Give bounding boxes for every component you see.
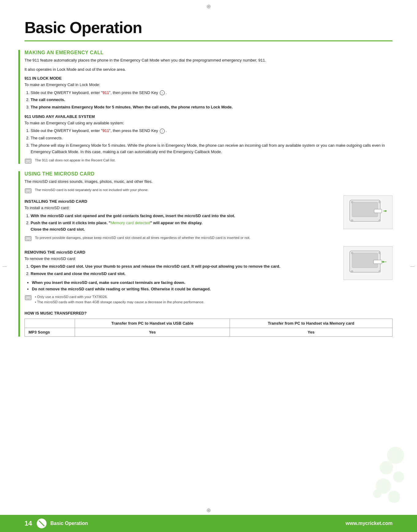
music-row1: MP3 Songs Yes Yes: [25, 328, 393, 337]
footer-slash-circle: [37, 519, 47, 528]
svg-point-27: [351, 270, 353, 272]
install-step-2: Push the card in until it clicks into pl…: [31, 220, 337, 233]
svg-point-15: [351, 220, 353, 221]
music-row1-col3: Yes: [230, 328, 393, 337]
section-emergency-title: MAKING AN EMERGENCY CALL: [24, 50, 393, 55]
installing-intro: To install a microSD card:: [24, 205, 337, 211]
footer-section-name: Basic Operation: [50, 521, 88, 526]
removing-note-2: • The microSD cards with more than 4GB s…: [35, 300, 205, 305]
svg-rect-19: [26, 296, 30, 299]
section-emergency-call: MAKING AN EMERGENCY CALL The 911 feature…: [24, 50, 393, 164]
installing-content: INSTALLING THE microSD CARD To install a…: [24, 195, 337, 243]
lock-step-1: Slide out the QWERTY keyboard, enter "91…: [31, 90, 393, 96]
lock-step-3: The phone maintains Emergency Mode for 5…: [31, 104, 393, 111]
reg-mark-top: ⊕: [206, 3, 211, 10]
svg-point-29: [379, 270, 381, 272]
remove-step2-text: Remove the card and close the microSD ca…: [31, 271, 126, 276]
microsd-note-text: The microSD card is sold separately and …: [35, 187, 148, 193]
any-step-3: The phone will stay in Emergency Mode fo…: [31, 142, 393, 155]
install-device-image: [344, 195, 393, 229]
svg-point-14: [351, 201, 353, 203]
remove-step-2: Remove the card and close the microSD ca…: [31, 271, 337, 277]
lock-mode-steps: Slide out the QWERTY keyboard, enter "91…: [31, 90, 393, 111]
svg-point-20: [28, 299, 28, 300]
lock-step1-post: ", then press the SEND Key: [109, 90, 159, 95]
reg-mark-left: —: [2, 264, 7, 269]
lock-step1-pre: Slide out the QWERTY keyboard, enter ": [31, 90, 103, 95]
svg-point-26: [351, 252, 353, 254]
microsd-title: USING THE microSD CARD: [24, 171, 393, 177]
microsd-note: The microSD card is sold separately and …: [24, 187, 393, 194]
installing-note-text: To prevent possible damages, please keep…: [35, 235, 250, 240]
svg-point-17: [379, 220, 381, 221]
removing-section: REMOVING THE microSD CARD To remove the …: [24, 246, 393, 307]
note-phone-icon: [24, 158, 33, 164]
remove-bullet-1: When you insert the microSD card, make s…: [32, 280, 337, 286]
music-col2: Transfer from PC to Handset via USB Cabl…: [75, 319, 230, 328]
music-table-title: HOW IS MUSIC TRANSFERRED?: [24, 311, 393, 315]
emergency-intro2: It also operates in Lock Mode and out of…: [24, 66, 393, 73]
install-step1-text: With the microSD card slot opened and th…: [31, 213, 235, 218]
svg-point-30: [387, 447, 404, 464]
footer-url: www.mycricket.com: [346, 521, 393, 526]
page-container: ⊕ — — Basic Operation MAKING AN EMERGENC…: [0, 0, 417, 532]
installing-title: INSTALLING THE microSD CARD: [24, 199, 337, 204]
section-microsd: USING THE microSD CARD The microSD card …: [24, 171, 393, 337]
green-divider: [24, 40, 393, 41]
removing-title: REMOVING THE microSD CARD: [24, 250, 337, 255]
svg-point-32: [393, 471, 404, 482]
svg-rect-4: [26, 189, 30, 192]
any-system-title: 911 USING ANY AVAILABLE SYSTEM: [24, 114, 393, 119]
removing-content: REMOVING THE microSD CARD To remove the …: [24, 246, 337, 307]
page-title: Basic Operation: [24, 18, 393, 37]
music-row1-label: MP3 Songs: [25, 328, 75, 337]
footer-page-number: 14: [24, 519, 32, 527]
svg-point-5: [28, 192, 28, 193]
install-step2-pre: Push the card in until it clicks into pl…: [31, 221, 111, 225]
remove-device-image: [344, 246, 393, 280]
svg-rect-11: [374, 209, 382, 213]
music-table: Transfer from PC to Handset via USB Cabl…: [24, 319, 393, 337]
any-step1-pre: Slide out the QWERTY keyboard, enter ": [31, 128, 103, 133]
music-col3: Transfer from PC to Handset via Memory c…: [230, 319, 393, 328]
note-phone-icon-3: [24, 236, 33, 242]
any-step-2: The call connects.: [31, 135, 393, 141]
note-phone-icon-2: [24, 188, 33, 194]
svg-point-8: [28, 240, 28, 240]
svg-point-34: [388, 491, 400, 503]
removing-steps: Open the microSD card slot. Use your thu…: [31, 263, 337, 277]
svg-point-2: [28, 162, 28, 163]
any-system-note-text: The 911 call does not appear in the Rece…: [35, 158, 115, 163]
lock-mode-title: 911 IN LOCK MODE: [24, 76, 393, 81]
deco-circles-right: [371, 446, 408, 507]
svg-point-31: [380, 461, 393, 474]
send-key-icon: ↑: [160, 90, 165, 95]
microsd-intro: The microSD card stores sounds, images, …: [24, 179, 393, 185]
send-key-icon-2: ↑: [160, 129, 165, 134]
any-system-steps: Slide out the QWERTY keyboard, enter "91…: [31, 128, 393, 155]
any-step1-post: ", then press the SEND Key: [109, 128, 159, 133]
installing-steps: With the microSD card slot opened and th…: [31, 213, 337, 233]
any-step-1: Slide out the QWERTY keyboard, enter "91…: [31, 128, 393, 134]
installing-note: To prevent possible damages, please keep…: [24, 235, 337, 241]
emergency-intro1: The 911 feature automatically places the…: [24, 57, 393, 63]
any-step1-dot: .: [165, 128, 167, 133]
svg-rect-7: [26, 237, 30, 240]
music-row1-col2: Yes: [75, 328, 230, 337]
any-step1-red: 911: [103, 128, 109, 133]
removing-intro: To remove the microSD card:: [24, 256, 337, 262]
lock-step1-dot: .: [165, 90, 167, 95]
any-system-intro: To make an Emergency Call using any avai…: [24, 120, 393, 126]
svg-point-16: [379, 201, 381, 203]
remove-step-1: Open the microSD card slot. Use your thu…: [31, 263, 337, 270]
removing-note-1: • Only use a microSD card with your TXT8…: [35, 294, 205, 300]
reg-mark-bottom: ⊕: [206, 507, 211, 514]
music-col1: [25, 319, 75, 328]
svg-line-36: [39, 521, 44, 526]
svg-rect-10: [352, 202, 378, 217]
removing-notes-text: • Only use a microSD card with your TXT8…: [35, 294, 205, 305]
install-step-1: With the microSD card slot opened and th…: [31, 213, 337, 219]
removing-notes: • Only use a microSD card with your TXT8…: [24, 294, 337, 305]
remove-bullet-2: Do not remove the microSD card while rea…: [32, 286, 337, 292]
svg-point-35: [373, 489, 381, 498]
